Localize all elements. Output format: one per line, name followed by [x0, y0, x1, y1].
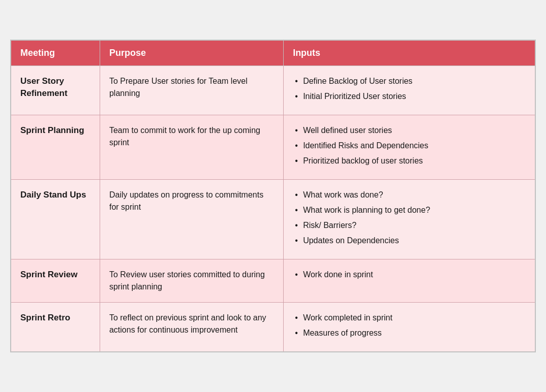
- cell-purpose-0: To Prepare User stories for Team level p…: [100, 66, 283, 115]
- meeting-name-2: Daily Stand Ups: [20, 190, 86, 200]
- input-item-2-3: Updates on Dependencies: [293, 235, 526, 247]
- table-row: Sprint RetroTo reflect on previous sprin…: [11, 303, 535, 352]
- input-item-2-2: Risk/ Barriers?: [293, 219, 526, 232]
- table-row: Sprint PlanningTeam to commit to work fo…: [11, 115, 535, 180]
- cell-meeting-1: Sprint Planning: [11, 115, 100, 180]
- cell-inputs-0: Define Backlog of User storiesInitial Pr…: [284, 66, 535, 115]
- cell-inputs-2: What work was done?What work is planning…: [284, 180, 535, 259]
- cell-meeting-2: Daily Stand Ups: [11, 180, 100, 259]
- input-item-4-1: Measures of progress: [293, 327, 526, 339]
- table-header-row: Meeting Purpose Inputs: [11, 40, 535, 66]
- inputs-list-2: What work was done?What work is planning…: [293, 189, 526, 247]
- cell-inputs-4: Work completed in sprintMeasures of prog…: [284, 303, 535, 352]
- cell-purpose-2: Daily updates on progress to commitments…: [100, 180, 283, 259]
- meetings-table: Meeting Purpose Inputs User Story Refine…: [10, 40, 536, 352]
- cell-meeting-4: Sprint Retro: [11, 303, 100, 352]
- table-row: User Story RefinementTo Prepare User sto…: [11, 66, 535, 115]
- input-item-4-0: Work completed in sprint: [293, 312, 526, 324]
- cell-purpose-3: To Review user stories committed to duri…: [100, 259, 283, 303]
- input-item-1-2: Prioritized backlog of user stories: [293, 155, 526, 167]
- cell-meeting-0: User Story Refinement: [11, 66, 100, 115]
- input-item-2-0: What work was done?: [293, 189, 526, 201]
- meeting-name-4: Sprint Retro: [20, 313, 70, 322]
- cell-inputs-3: Work done in sprint: [284, 259, 535, 303]
- input-item-1-1: Identified Risks and Dependencies: [293, 140, 526, 152]
- header-purpose: Purpose: [100, 40, 283, 66]
- input-item-0-0: Define Backlog of User stories: [293, 75, 526, 87]
- purpose-text-1: Team to commit to work for the up coming…: [109, 126, 260, 147]
- meeting-name-1: Sprint Planning: [20, 125, 84, 135]
- table-wrapper: Meeting Purpose Inputs User Story Refine…: [0, 29, 546, 363]
- cell-purpose-4: To reflect on previous sprint and look t…: [100, 303, 283, 352]
- purpose-text-2: Daily updates on progress to commitments…: [109, 190, 263, 211]
- purpose-text-3: To Review user stories committed to duri…: [109, 270, 265, 291]
- cell-meeting-3: Sprint Review: [11, 259, 100, 303]
- meeting-name-3: Sprint Review: [20, 270, 77, 279]
- cell-purpose-1: Team to commit to work for the up coming…: [100, 115, 283, 180]
- inputs-list-4: Work completed in sprintMeasures of prog…: [293, 312, 526, 339]
- input-item-1-0: Well defined user stories: [293, 124, 526, 137]
- inputs-list-1: Well defined user storiesIdentified Risk…: [293, 124, 526, 167]
- table-row: Daily Stand UpsDaily updates on progress…: [11, 180, 535, 259]
- purpose-text-0: To Prepare User stories for Team level p…: [109, 77, 248, 97]
- inputs-list-0: Define Backlog of User storiesInitial Pr…: [293, 75, 526, 103]
- input-item-0-1: Initial Prioritized User stories: [293, 90, 526, 103]
- header-inputs: Inputs: [284, 40, 535, 66]
- cell-inputs-1: Well defined user storiesIdentified Risk…: [284, 115, 535, 180]
- input-item-2-1: What work is planning to get done?: [293, 204, 526, 216]
- inputs-list-3: Work done in sprint: [293, 269, 526, 281]
- purpose-text-4: To reflect on previous sprint and look t…: [109, 313, 266, 334]
- meeting-name-0: User Story Refinement: [20, 76, 68, 98]
- input-item-3-0: Work done in sprint: [293, 269, 526, 281]
- table-row: Sprint ReviewTo Review user stories comm…: [11, 259, 535, 303]
- header-meeting: Meeting: [11, 40, 100, 66]
